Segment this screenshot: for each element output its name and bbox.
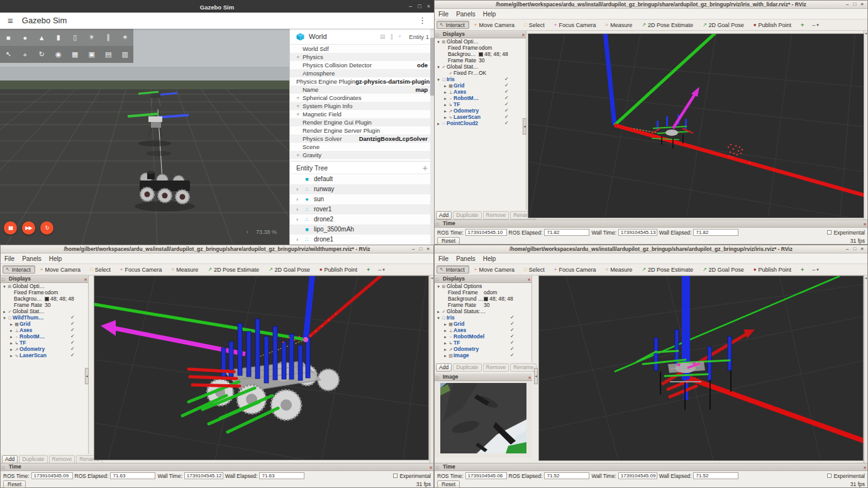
- display-row[interactable]: ▸⊥Axes✓: [435, 327, 531, 333]
- tool-overflow-dropdown[interactable]: –▾: [375, 265, 389, 274]
- tool-pose-estimate[interactable]: ↗2D Pose Estimate: [638, 21, 698, 29]
- sphere-icon[interactable]: ●: [19, 34, 31, 42]
- displays-panel-header[interactable]: □ Displays ×: [435, 31, 526, 38]
- menu-panels[interactable]: Panels: [22, 255, 42, 262]
- copy-icon[interactable]: ▤: [103, 50, 114, 58]
- directional-light-icon[interactable]: ∥: [103, 33, 114, 42]
- entity-row-runway[interactable]: ›∴runway: [290, 184, 434, 194]
- tool-move-camera[interactable]: +Move Camera: [471, 21, 519, 29]
- enabled-checkbox[interactable]: ✓: [70, 327, 75, 333]
- tool-measure[interactable]: =Measure: [168, 265, 203, 274]
- entity-row-lipo_3500mAh[interactable]: ■lipo_3500mAh: [290, 225, 434, 235]
- world-property-row[interactable]: +Physics: [290, 53, 434, 61]
- chevron-left-icon[interactable]: ‹: [247, 228, 248, 235]
- time-panel-header[interactable]: □ Time ×: [435, 220, 867, 228]
- enabled-checkbox[interactable]: ✓: [510, 333, 515, 340]
- panel-dock-icon[interactable]: □: [2, 464, 4, 471]
- display-row[interactable]: ▾✓Global Stat…: [435, 64, 526, 70]
- display-row[interactable]: Frame Rate30: [435, 302, 531, 308]
- display-row[interactable]: ▾⊞Global Options: [435, 283, 531, 289]
- rotate-icon[interactable]: ↻: [36, 50, 47, 58]
- display-row[interactable]: Backgrou…48; 48; 48: [1, 296, 88, 302]
- tool-pose-estimate[interactable]: ↗2D Pose Estimate: [638, 265, 698, 274]
- enabled-checkbox[interactable]: ✓: [510, 321, 515, 327]
- add-tool-button[interactable]: +: [364, 265, 373, 274]
- tool-goal-pose[interactable]: ↗2D Goal Pose: [265, 265, 314, 274]
- close-button[interactable]: ×: [427, 0, 430, 13]
- kebab-menu-icon[interactable]: ⋮: [418, 16, 426, 25]
- close-button[interactable]: ×: [426, 245, 430, 253]
- display-row[interactable]: ▾□Iris✓: [435, 314, 531, 321]
- display-row[interactable]: ▾⊞Global Opti…: [1, 283, 88, 289]
- panel-dock-icon[interactable]: □: [2, 276, 4, 283]
- display-row[interactable]: ▸↳TF✓: [1, 340, 88, 346]
- display-row[interactable]: ▸↗Odometry✓: [1, 346, 88, 352]
- spot-light-icon[interactable]: ✶: [120, 33, 131, 42]
- close-button[interactable]: ×: [860, 245, 864, 253]
- display-row[interactable]: ✓Fixed Fr…OK: [435, 70, 526, 76]
- rviz-3d-viewport[interactable]: [528, 33, 864, 218]
- entity-row-sun[interactable]: ›●sun: [290, 194, 434, 204]
- maximize-button[interactable]: □: [853, 1, 856, 8]
- display-row[interactable]: ▸▨Image✓: [435, 352, 531, 358]
- enabled-checkbox[interactable]: ✓: [510, 327, 515, 333]
- tool-publish-point[interactable]: ●Publish Point: [316, 265, 362, 274]
- rviz-titlebar[interactable]: /home/gilbert/workspaces/ardu_ws/install…: [435, 245, 867, 253]
- expander-icon[interactable]: +: [296, 53, 303, 61]
- panel-close-icon[interactable]: ×: [522, 31, 525, 38]
- tool-interact[interactable]: ↖Interact: [437, 21, 469, 29]
- panel-close-icon[interactable]: ×: [864, 221, 866, 228]
- tool-goal-pose[interactable]: ↗2D Goal Pose: [699, 21, 748, 29]
- experimental-checkbox[interactable]: [827, 474, 832, 478]
- enabled-checkbox[interactable]: ✓: [70, 352, 75, 358]
- enabled-checkbox[interactable]: ✓: [504, 76, 509, 82]
- maximize-button[interactable]: □: [419, 245, 422, 253]
- panel-dock-icon[interactable]: □: [436, 31, 438, 38]
- enabled-checkbox[interactable]: ✓: [70, 346, 75, 352]
- add-button[interactable]: Add: [436, 363, 452, 372]
- enabled-checkbox[interactable]: ✓: [70, 314, 75, 321]
- maximize-button[interactable]: □: [418, 0, 421, 13]
- image-panel-header[interactable]: □ Image ×: [435, 374, 532, 381]
- tool-interact[interactable]: ↖Interact: [437, 265, 469, 274]
- step-button[interactable]: ▶▶: [22, 221, 35, 235]
- tool-focus-camera[interactable]: +Focus Camera: [551, 265, 601, 274]
- box-icon[interactable]: ■: [3, 34, 14, 42]
- minimize-button[interactable]: –: [412, 245, 415, 253]
- point-light-icon[interactable]: ☀: [86, 33, 97, 42]
- grid-icon[interactable]: ▦: [69, 50, 81, 58]
- expander-icon[interactable]: ›: [294, 184, 300, 194]
- world-property-row[interactable]: +Spherical Coordinates: [290, 94, 434, 102]
- display-row[interactable]: Frame Rate30: [435, 57, 526, 64]
- pause-button[interactable]: ▮▮: [4, 221, 17, 235]
- panel-close-icon[interactable]: ×: [528, 374, 531, 381]
- collapsed-panel-strip[interactable]: ◂: [864, 31, 867, 221]
- rviz-3d-viewport[interactable]: [538, 275, 864, 461]
- displays-panel-header[interactable]: □ Displays ×: [1, 275, 88, 283]
- panel-dock-icon[interactable]: □: [436, 221, 438, 228]
- enabled-checkbox[interactable]: ✓: [510, 346, 515, 352]
- cone-icon[interactable]: ▲: [36, 34, 47, 42]
- world-property-row[interactable]: Scene: [290, 143, 434, 151]
- world-property-row[interactable]: Render Engine Server Plugin: [290, 126, 434, 135]
- tool-pose-estimate[interactable]: ↗2D Pose Estimate: [204, 265, 264, 274]
- menu-help[interactable]: Help: [49, 255, 62, 262]
- world-property-row[interactable]: Namemap: [290, 86, 434, 94]
- rviz-3d-viewport[interactable]: [94, 275, 429, 460]
- menu-file[interactable]: File: [438, 255, 448, 262]
- tool-select[interactable]: □Select: [521, 21, 549, 29]
- translate-icon[interactable]: +: [19, 51, 31, 58]
- world-property-row[interactable]: Physics Collision Detectorode: [290, 61, 434, 69]
- display-row[interactable]: ▾□WildThum…✓: [1, 314, 88, 321]
- duplicate-button[interactable]: Duplicate: [19, 455, 47, 463]
- world-property-row[interactable]: World Sdf: [290, 45, 434, 53]
- enabled-checkbox[interactable]: ✓: [510, 314, 515, 321]
- tool-interact[interactable]: ↖Interact: [3, 265, 35, 274]
- expander-icon[interactable]: ›: [294, 194, 300, 204]
- add-button[interactable]: Add: [436, 211, 452, 219]
- expander-icon[interactable]: ▸: [443, 353, 448, 359]
- remove-button[interactable]: Remove: [49, 455, 75, 463]
- capsule-icon[interactable]: ▯: [69, 33, 81, 42]
- display-row[interactable]: Frame Rate30: [1, 302, 88, 308]
- enabled-checkbox[interactable]: ✓: [510, 352, 515, 358]
